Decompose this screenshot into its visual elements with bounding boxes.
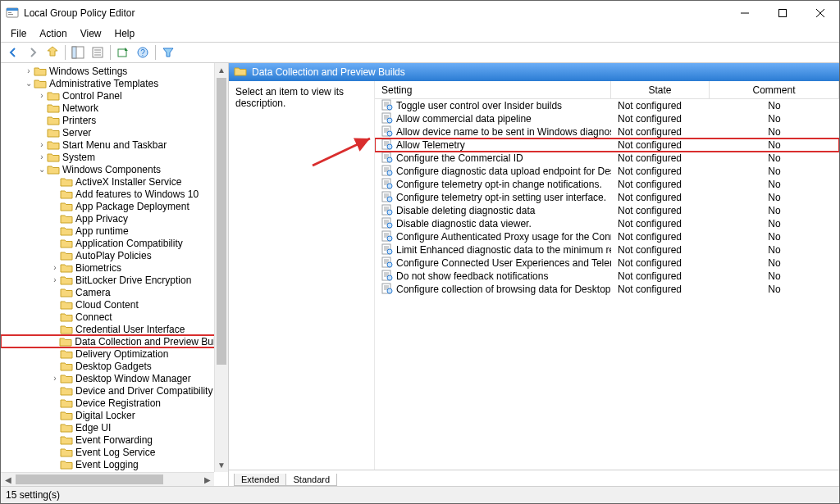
expander-closed-icon[interactable]: › <box>37 152 47 162</box>
tree-item[interactable]: ·Edge UI <box>1 421 228 434</box>
tree-item[interactable]: ›Windows Settings <box>1 65 228 77</box>
tree-item[interactable]: ·ActiveX Installer Service <box>1 175 228 188</box>
tree-item[interactable]: ·Event Logging <box>1 458 228 470</box>
menu-help[interactable]: Help <box>108 25 142 42</box>
expander-closed-icon[interactable]: › <box>50 263 60 273</box>
tree-item-label: Event Logging <box>75 459 139 470</box>
expander-closed-icon[interactable]: › <box>50 374 60 384</box>
tree-item[interactable]: ·Digital Locker <box>1 409 228 421</box>
folder-icon <box>59 336 72 347</box>
tab-standard[interactable]: Standard <box>285 474 337 486</box>
menu-view[interactable]: View <box>74 25 108 42</box>
export-button[interactable] <box>114 43 132 61</box>
tree-item[interactable]: ·Event Log Service <box>1 446 228 458</box>
expander-closed-icon[interactable]: › <box>37 91 47 101</box>
setting-name: Configure the Commercial ID <box>396 152 523 164</box>
tree-item[interactable]: ·Network <box>1 102 228 114</box>
list-row[interactable]: Limit Enhanced diagnostic data to the mi… <box>375 243 839 257</box>
tree-item[interactable]: ›Start Menu and Taskbar <box>1 138 228 151</box>
list-row[interactable]: Allow device name to be sent in Windows … <box>375 125 839 138</box>
tree-item[interactable]: ·Add features to Windows 10 <box>1 188 228 200</box>
setting-state: Not configured <box>611 270 710 282</box>
tree-item[interactable]: ·Connect <box>1 311 228 323</box>
maximize-button[interactable] <box>764 1 801 25</box>
tree-item[interactable]: ·Printers <box>1 114 228 126</box>
tree-item[interactable]: ›Desktop Window Manager <box>1 372 228 384</box>
tree-item[interactable]: ·Cloud Content <box>1 298 228 311</box>
policy-icon <box>381 270 393 284</box>
tree-item[interactable]: ·Device and Driver Compatibility <box>1 384 228 397</box>
list-row[interactable]: Disable diagnostic data viewer.Not confi… <box>375 217 839 230</box>
expander-closed-icon[interactable]: › <box>50 275 60 285</box>
folder-icon <box>60 385 73 396</box>
expander-closed-icon[interactable]: › <box>37 140 47 150</box>
tree-item[interactable]: ·App Privacy <box>1 212 228 225</box>
tree-item[interactable]: ·Application Compatibility <box>1 237 228 249</box>
list-row[interactable]: Disable deleting diagnostic dataNot conf… <box>375 204 839 217</box>
tree-item[interactable]: ·AutoPlay Policies <box>1 249 228 261</box>
list-row[interactable]: Allow TelemetryNot configuredNo <box>375 138 839 152</box>
tree-item[interactable]: ›BitLocker Drive Encryption <box>1 274 228 286</box>
properties-button[interactable] <box>89 43 107 61</box>
scroll-down-icon[interactable]: ▼ <box>215 458 228 472</box>
menu-action[interactable]: Action <box>33 25 73 42</box>
tree-item[interactable]: ⌄Administrative Templates <box>1 77 228 89</box>
detail-header-title: Data Collection and Preview Builds <box>252 66 405 78</box>
expander-open-icon[interactable]: ⌄ <box>37 165 47 175</box>
list-row[interactable]: Configure Authenticated Proxy usage for … <box>375 230 839 243</box>
list-row[interactable]: Configure Connected User Experiences and… <box>375 257 839 270</box>
list-row[interactable]: Toggle user control over Insider buildsN… <box>375 99 839 112</box>
scroll-left-icon[interactable]: ◀ <box>1 473 15 486</box>
tree-item[interactable]: ·Server <box>1 126 228 138</box>
up-button[interactable] <box>43 43 62 61</box>
expander-open-icon[interactable]: ⌄ <box>24 79 34 89</box>
tree-scrollbar-horizontal[interactable]: ◀ ▶ <box>1 472 214 486</box>
tree-scrollbar-vertical[interactable]: ▲ ▼ <box>214 63 228 472</box>
expander-closed-icon[interactable]: › <box>24 66 34 76</box>
tree-item[interactable]: ·Device Registration <box>1 397 228 409</box>
column-comment[interactable]: Comment <box>710 81 839 98</box>
column-state[interactable]: State <box>611 81 710 98</box>
list-row[interactable]: Configure collection of browsing data fo… <box>375 283 839 296</box>
folder-icon <box>60 201 73 211</box>
tree-item[interactable]: ›Control Panel <box>1 89 228 102</box>
setting-state: Not configured <box>611 179 710 190</box>
menu-file[interactable]: File <box>4 25 33 42</box>
tree-item[interactable]: ·Camera <box>1 286 228 298</box>
list-row[interactable]: Allow commercial data pipelineNot config… <box>375 112 839 125</box>
tree-item[interactable]: ·Delivery Optimization <box>1 347 228 360</box>
svg-rect-5 <box>779 10 787 17</box>
list-row[interactable]: Configure diagnostic data upload endpoin… <box>375 165 839 178</box>
tree-item[interactable]: ⌄Windows Components <box>1 163 228 175</box>
scrollbar-thumb[interactable] <box>217 78 226 365</box>
tree-item[interactable]: ›System <box>1 151 228 163</box>
tree-item[interactable]: ›Biometrics <box>1 261 228 274</box>
folder-icon <box>60 213 73 224</box>
show-hide-tree-button[interactable] <box>69 43 87 61</box>
tree-item[interactable]: ·Credential User Interface <box>1 323 228 335</box>
column-setting[interactable]: Setting <box>375 81 611 98</box>
tab-extended[interactable]: Extended <box>234 474 286 486</box>
filter-button[interactable] <box>159 43 177 61</box>
folder-icon <box>234 66 247 79</box>
tree-item[interactable]: ·Data Collection and Preview Builds <box>1 335 228 347</box>
minimize-button[interactable] <box>726 1 764 25</box>
back-button[interactable] <box>4 43 22 61</box>
list-row[interactable]: Configure telemetry opt-in setting user … <box>375 191 839 204</box>
help-button[interactable]: ? <box>134 43 152 61</box>
list-row[interactable]: Do not show feedback notificationsNot co… <box>375 270 839 283</box>
tree-item[interactable]: ·Event Forwarding <box>1 434 228 446</box>
list-row[interactable]: Configure telemetry opt-in change notifi… <box>375 178 839 191</box>
tree-item[interactable]: ·App runtime <box>1 225 228 237</box>
close-button[interactable] <box>801 1 839 25</box>
scroll-right-icon[interactable]: ▶ <box>200 473 214 486</box>
setting-comment: No <box>710 113 839 125</box>
folder-icon <box>60 422 73 433</box>
scroll-up-icon[interactable]: ▲ <box>215 63 228 77</box>
tree-item[interactable]: ·App Package Deployment <box>1 200 228 212</box>
scrollbar-thumb[interactable] <box>16 474 163 484</box>
forward-button[interactable] <box>24 43 42 61</box>
policy-icon <box>381 178 393 192</box>
tree-item[interactable]: ·Desktop Gadgets <box>1 360 228 372</box>
list-row[interactable]: Configure the Commercial IDNot configure… <box>375 152 839 165</box>
